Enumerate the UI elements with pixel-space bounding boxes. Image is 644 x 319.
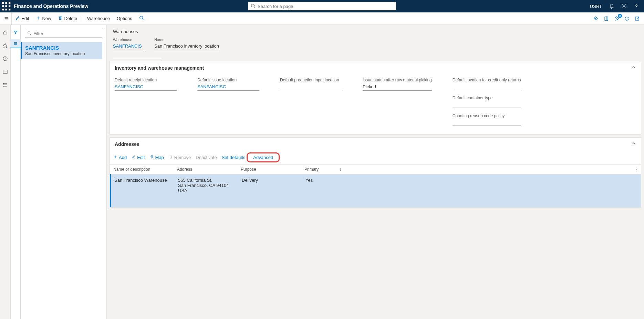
receipt-value[interactable]: SANFANCISC <box>115 83 177 91</box>
svg-rect-2 <box>9 2 10 4</box>
svg-rect-5 <box>9 5 10 7</box>
col-purpose[interactable]: Purpose <box>241 167 304 172</box>
help-icon[interactable] <box>632 1 641 11</box>
list-item[interactable]: SANFRANCIS San Francisco inventory locat… <box>21 42 102 59</box>
prod-label: Default production input location <box>280 78 342 82</box>
modules-icon[interactable] <box>2 81 9 88</box>
inventory-fasttab: Inventory and warehouse management Defau… <box>110 61 641 134</box>
setdefaults-label: Set defaults <box>222 155 246 160</box>
home-icon[interactable] <box>2 29 9 36</box>
advanced-button[interactable]: Advanced <box>247 152 280 162</box>
list-filter[interactable] <box>25 29 102 38</box>
svg-rect-4 <box>5 5 7 7</box>
addresses-fasttab-header[interactable]: Addresses <box>110 138 641 150</box>
popout-icon[interactable] <box>633 14 641 23</box>
workspaces-icon[interactable] <box>2 68 9 75</box>
chevron-up-icon <box>631 65 636 71</box>
search-icon <box>251 3 256 9</box>
name-field-value[interactable]: San Francisco inventory location <box>154 42 219 50</box>
search-input[interactable] <box>258 4 393 9</box>
delete-button[interactable]: Delete <box>54 12 81 25</box>
map-label: Map <box>155 155 164 160</box>
product-title: Finance and Operations Preview <box>14 3 88 9</box>
warehouse-field-label: Warehouse <box>113 38 144 42</box>
list-filter-input[interactable] <box>33 31 100 36</box>
map-button[interactable]: Map <box>150 155 164 160</box>
filter-icon[interactable] <box>12 29 19 36</box>
office-icon[interactable] <box>602 14 610 23</box>
sort-desc-icon: ↓ <box>339 167 341 172</box>
reason-value[interactable] <box>453 119 521 126</box>
cell-address: 555 California St. San Francisco, CA 941… <box>178 178 242 204</box>
pin-icon[interactable]: 0 <box>612 14 621 23</box>
receipt-label: Default receipt location <box>115 78 177 82</box>
filter-rail <box>10 25 21 319</box>
list-toggle-icon[interactable] <box>10 39 21 48</box>
attachments-icon[interactable] <box>592 14 600 23</box>
warehouse-tab[interactable]: Warehouse <box>84 12 113 25</box>
global-search[interactable] <box>248 2 396 10</box>
issue-label: Default issue location <box>197 78 259 82</box>
cell-primary: Yes <box>305 178 347 204</box>
settings-icon[interactable] <box>619 1 629 11</box>
svg-point-36 <box>151 156 152 157</box>
deactivate-label: Deactivate <box>196 155 217 160</box>
reason-label: Counting reason code policy <box>453 113 521 118</box>
find-button[interactable] <box>136 12 147 25</box>
options-label: Options <box>117 16 132 21</box>
table-row[interactable]: San Francisco Warehouse 555 California S… <box>110 174 641 207</box>
col-primary[interactable]: Primary↓ <box>304 167 346 172</box>
svg-point-26 <box>3 83 4 84</box>
svg-point-9 <box>251 4 255 7</box>
app-launcher-icon[interactable] <box>1 1 11 11</box>
container-value[interactable] <box>453 101 521 108</box>
prod-value[interactable] <box>280 83 342 90</box>
edit-label: Edit <box>21 16 29 21</box>
add-button[interactable]: Add <box>113 155 127 160</box>
svg-point-11 <box>623 6 625 7</box>
new-button[interactable]: New <box>32 12 54 25</box>
credit-value[interactable] <box>453 83 521 90</box>
addresses-toolbar: Add Edit Map Remove Deactivate <box>110 150 641 165</box>
status-value[interactable]: Picked <box>363 83 432 91</box>
company-code[interactable]: USRT <box>590 4 602 9</box>
breadcrumb: Warehouses <box>113 29 638 34</box>
svg-point-17 <box>140 16 143 19</box>
col-name[interactable]: Name or description <box>113 167 177 172</box>
col-address[interactable]: Address <box>177 167 241 172</box>
warehouse-field-value[interactable]: SANFRANCIS <box>113 42 144 50</box>
detail-pane: Warehouses Warehouse SANFRANCIS Name San… <box>107 25 644 319</box>
svg-point-32 <box>28 31 30 34</box>
plus-icon <box>113 155 117 160</box>
setdefaults-button[interactable]: Set defaults <box>222 155 246 160</box>
issue-value[interactable]: SANFANCISC <box>197 83 259 91</box>
svg-rect-6 <box>2 9 4 10</box>
advanced-label: Advanced <box>253 155 273 160</box>
main-layout: SANFRANCIS San Francisco inventory locat… <box>0 25 644 319</box>
navpane-toggle-icon[interactable] <box>1 12 12 25</box>
addresses-fasttab-title: Addresses <box>115 141 139 147</box>
notifications-icon[interactable] <box>607 1 616 11</box>
options-tab[interactable]: Options <box>113 12 136 25</box>
left-rail <box>0 25 10 319</box>
trash-icon <box>169 155 173 160</box>
detail-header: Warehouses Warehouse SANFRANCIS Name San… <box>107 25 644 52</box>
refresh-icon[interactable] <box>623 14 631 23</box>
warehouse-label: Warehouse <box>87 16 110 21</box>
favorites-icon[interactable] <box>2 42 9 49</box>
svg-point-28 <box>3 86 4 87</box>
credit-label: Default location for credit only returns <box>453 78 521 82</box>
edit-address-button[interactable]: Edit <box>132 155 145 160</box>
edit-button[interactable]: Edit <box>12 12 32 25</box>
remove-label: Remove <box>174 155 191 160</box>
recent-icon[interactable] <box>2 55 9 62</box>
inventory-fasttab-title: Inventory and warehouse management <box>115 65 204 71</box>
svg-rect-21 <box>3 70 7 73</box>
inventory-fasttab-header[interactable]: Inventory and warehouse management <box>110 61 641 74</box>
svg-line-18 <box>142 19 144 20</box>
svg-rect-3 <box>2 5 4 7</box>
badge-count: 0 <box>618 14 622 18</box>
cell-purpose: Delivery <box>242 178 305 204</box>
edit-label: Edit <box>137 155 145 160</box>
more-columns-icon[interactable]: ⋮ <box>635 167 639 172</box>
